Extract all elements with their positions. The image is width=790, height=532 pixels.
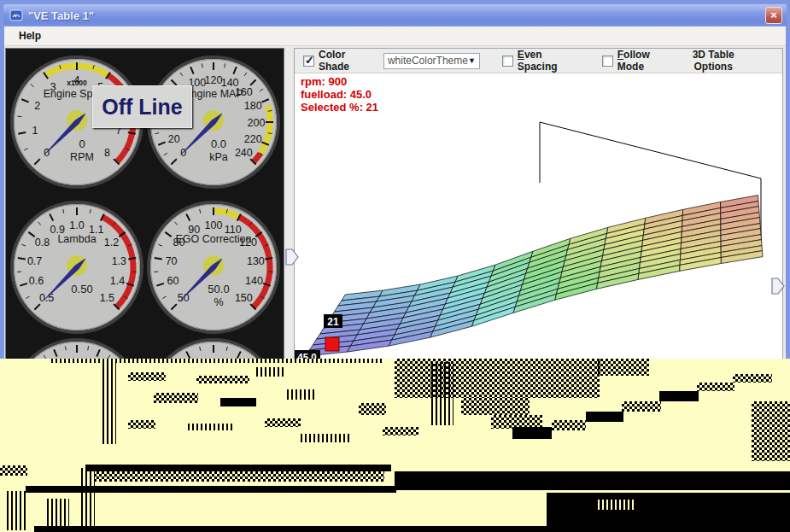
status-selected: Selected %: 21 <box>301 101 378 114</box>
glitch-noise-block <box>220 398 256 406</box>
svg-text:Lambda: Lambda <box>57 233 96 245</box>
glitch-noise-block <box>85 465 391 471</box>
3d-table-options-button[interactable]: 3D Table Options <box>671 48 755 73</box>
svg-text:20: 20 <box>168 133 180 145</box>
svg-text:1.5: 1.5 <box>100 292 114 304</box>
svg-text:21: 21 <box>327 316 339 328</box>
glitch-noise-block <box>196 376 249 383</box>
glitch-noise-block <box>128 372 166 381</box>
glitch-noise-block <box>188 424 232 430</box>
splitter-expand-left-icon[interactable] <box>284 248 300 266</box>
svg-text:140: 140 <box>245 275 263 287</box>
glitch-noise-block <box>7 491 26 530</box>
svg-text:50.0: 50.0 <box>208 283 229 295</box>
follow-mode-label: Follow Mode <box>617 49 672 73</box>
gauge-ego-correction: 5060708090100110120130140150EGO Correcti… <box>145 199 282 336</box>
svg-text:180: 180 <box>244 100 262 112</box>
svg-text:0.0: 0.0 <box>211 137 226 150</box>
gauge-lambda: 0.50.60.70.80.91.01.11.21.31.41.5Lambda0… <box>9 199 145 336</box>
svg-text:1.0: 1.0 <box>69 219 84 231</box>
color-theme-select[interactable]: whiteColorTheme ▼ <box>383 53 480 69</box>
table-toolbar: Color Shade whiteColorTheme ▼ Even Spaci… <box>295 49 782 73</box>
glitch-noise-block <box>128 420 155 429</box>
glitch-noise-block <box>622 401 661 412</box>
menu-item-help[interactable]: Help <box>15 28 44 44</box>
svg-text:220: 220 <box>244 133 262 145</box>
glitch-noise-block <box>359 403 386 415</box>
svg-text:0.6: 0.6 <box>29 275 44 287</box>
svg-text:x1000: x1000 <box>67 79 87 87</box>
follow-mode-checkbox[interactable] <box>602 56 613 67</box>
glitch-noise-block <box>598 500 635 510</box>
svg-text:150: 150 <box>235 292 253 304</box>
svg-text:1.2: 1.2 <box>104 237 119 248</box>
color-shade-label: Color Shade <box>319 49 372 73</box>
svg-text:0.8: 0.8 <box>35 237 50 248</box>
glitch-noise-block <box>395 359 600 398</box>
svg-text:100: 100 <box>205 219 223 231</box>
color-theme-value: whiteColorTheme <box>388 55 468 67</box>
close-button[interactable]: × <box>765 7 782 24</box>
svg-text:%: % <box>214 296 223 308</box>
glitch-noise-block <box>0 465 27 476</box>
glitch-noise-block <box>512 427 552 439</box>
glitch-noise-block <box>94 471 384 482</box>
combo-dropdown-icon: ▼ <box>468 56 476 65</box>
corrupted-image-region <box>0 359 790 532</box>
glitch-noise-block <box>154 393 198 403</box>
svg-text:Engine MAP: Engine MAP <box>184 88 243 100</box>
glitch-noise-block <box>733 374 772 383</box>
title-bar[interactable]: "VE Table 1" × <box>3 4 787 26</box>
svg-text:240: 240 <box>235 147 253 159</box>
svg-text:2: 2 <box>34 100 40 112</box>
glitch-noise-block <box>752 401 790 461</box>
svg-text:60: 60 <box>167 275 178 287</box>
svg-text:0.50: 0.50 <box>71 283 92 295</box>
glitch-noise-block <box>301 434 352 442</box>
svg-text:0.7: 0.7 <box>27 255 42 267</box>
glitch-noise-block <box>697 383 734 391</box>
svg-text:1.3: 1.3 <box>112 255 126 267</box>
svg-text:130: 130 <box>247 255 265 267</box>
status-rpm: rpm: 900 <box>301 75 378 88</box>
splitter-expand-right-icon[interactable] <box>770 277 786 295</box>
glitch-noise-block <box>586 412 623 422</box>
glitch-noise-block <box>598 359 649 376</box>
window-icon <box>9 9 23 22</box>
svg-text:70: 70 <box>166 255 178 267</box>
cursor-status-readout: rpm: 900 fuelload: 45.0 Selected %: 21 <box>301 75 378 114</box>
glitch-noise-block <box>431 362 454 425</box>
window-title: "VE Table 1" <box>28 9 94 22</box>
even-spacing-label: Even Spacing <box>518 49 576 73</box>
glitch-noise-block <box>552 420 586 430</box>
glitch-noise-block <box>395 471 790 490</box>
glitch-noise-block <box>265 418 301 427</box>
glitch-noise-block <box>659 391 699 401</box>
glitch-noise-block <box>51 359 384 363</box>
svg-text:120: 120 <box>205 74 223 86</box>
svg-text:0: 0 <box>79 137 85 150</box>
glitch-noise-block <box>47 499 69 531</box>
glitch-noise-block <box>256 367 284 377</box>
color-shade-checkbox[interactable] <box>303 56 314 67</box>
glitch-noise-block <box>34 526 734 532</box>
glitch-noise-block <box>383 427 418 436</box>
svg-text:EGO Correction: EGO Correction <box>176 233 252 245</box>
glitch-noise-block <box>461 398 530 415</box>
glitch-noise-block <box>81 468 95 531</box>
svg-text:RPM: RPM <box>70 151 94 163</box>
svg-text:200: 200 <box>248 117 266 129</box>
offline-label: Off Line <box>102 95 182 120</box>
svg-text:8: 8 <box>104 147 110 159</box>
svg-text:1: 1 <box>32 125 38 137</box>
glitch-noise-block <box>102 362 116 444</box>
menu-bar: Help <box>4 26 786 46</box>
status-fuelload: fuelload: 45.0 <box>301 88 378 101</box>
even-spacing-checkbox[interactable] <box>502 56 513 67</box>
offline-status-overlay: Off Line <box>92 85 192 128</box>
svg-text:1.4: 1.4 <box>110 275 125 287</box>
glitch-noise-block <box>287 389 314 400</box>
svg-text:kPa: kPa <box>209 151 228 163</box>
